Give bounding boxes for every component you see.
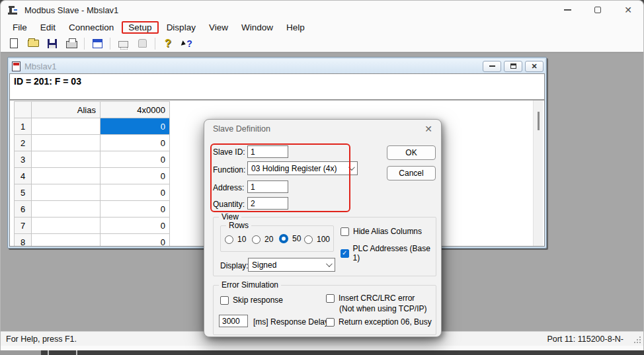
rows-20-radio[interactable]: 20 (252, 235, 273, 244)
row-number-cell[interactable]: 7 (15, 217, 32, 234)
maximize-button[interactable] (583, 1, 613, 19)
register-header-cell[interactable]: 4x0000 (101, 102, 170, 118)
hide-alias-checkbox[interactable]: Hide Alias Columns (341, 227, 422, 236)
context-help-arrow-icon (181, 40, 186, 47)
open-file-button[interactable] (26, 37, 40, 50)
close-button[interactable]: ✕ (613, 1, 643, 19)
table-row: 4 0 (15, 168, 170, 184)
child-restore-button[interactable] (504, 61, 522, 72)
alias-cell[interactable] (32, 217, 101, 234)
id-function-text: ID = 201: F = 03 (14, 76, 81, 87)
display-definition-button[interactable] (91, 37, 104, 50)
alias-header-cell[interactable]: Alias (32, 102, 101, 118)
child-minimize-button[interactable] (483, 61, 501, 72)
display-window-icon (93, 39, 102, 48)
child-minimize-icon (489, 65, 495, 67)
function-label: Function: (213, 165, 245, 175)
alias-cell[interactable] (32, 168, 101, 184)
menu-connection[interactable]: Connection (62, 21, 120, 34)
rows-legend: Rows (226, 221, 251, 230)
response-delay-input[interactable]: 3000 (219, 315, 248, 327)
row-number-cell[interactable]: 6 (15, 201, 32, 217)
rows-10-radio[interactable]: 10 (225, 235, 246, 244)
menu-edit[interactable]: Edit (34, 21, 62, 34)
row-number-cell[interactable]: 1 (15, 118, 32, 135)
radio-icon (304, 235, 313, 244)
value-cell[interactable]: 0 (101, 135, 170, 151)
row-number-cell[interactable]: 5 (15, 184, 32, 201)
close-icon: ✕ (624, 5, 632, 15)
value-cell[interactable]: 0 (101, 168, 170, 184)
new-file-button[interactable] (7, 37, 20, 50)
error-simulation-legend: Error Simulation (219, 280, 281, 290)
minimize-button[interactable] (552, 1, 583, 19)
alias-cell[interactable] (32, 118, 101, 135)
alias-cell[interactable] (32, 184, 101, 201)
row-number-cell[interactable]: 4 (15, 168, 32, 184)
rows-50-radio[interactable]: 50 (279, 234, 301, 243)
value-cell[interactable]: 0 (101, 217, 170, 234)
chevron-down-icon (326, 260, 333, 267)
corner-header-cell[interactable] (15, 102, 32, 118)
rows-50-label: 50 (292, 234, 301, 243)
background-window-fragment (0, 350, 41, 355)
slave-id-input[interactable]: 1 (247, 145, 288, 158)
rows-100-radio[interactable]: 100 (304, 235, 330, 244)
crc-error-sublabel: (Not when using TCP/IP) (339, 304, 427, 313)
dialog-title: Slave Definition (213, 124, 270, 134)
ok-button[interactable]: OK (387, 145, 436, 160)
value-cell-selected[interactable]: 0 (101, 118, 170, 135)
row-number-cell[interactable]: 8 (15, 234, 32, 247)
rows-20-label: 20 (264, 235, 273, 244)
table-row: 8 0 (15, 234, 170, 247)
dialog-close-icon[interactable]: ✕ (424, 124, 432, 134)
value-cell[interactable]: 0 (101, 234, 170, 247)
menu-view[interactable]: View (202, 21, 235, 34)
communication-log-button[interactable] (136, 37, 149, 50)
display-combobox[interactable]: Signed (248, 258, 335, 272)
toolbar-separator (110, 38, 110, 50)
value-cell[interactable]: 0 (101, 184, 170, 201)
row-number-cell[interactable]: 2 (15, 135, 32, 151)
alias-cell[interactable] (32, 135, 101, 151)
dialog-title-bar[interactable]: Slave Definition ✕ (204, 120, 441, 138)
checkbox-unchecked-icon (341, 227, 349, 236)
communication-log-icon (138, 39, 147, 48)
menu-setup[interactable]: Setup (122, 21, 158, 34)
vertical-scrollbar[interactable] (533, 100, 543, 246)
scrollbar-thumb[interactable] (538, 112, 540, 130)
help-button[interactable]: ? (161, 37, 175, 50)
alias-cell[interactable] (32, 201, 101, 217)
quantity-input[interactable]: 2 (247, 197, 288, 210)
context-help-button[interactable]: ? (181, 37, 194, 50)
address-input[interactable]: 1 (247, 180, 288, 193)
child-close-button[interactable]: ✕ (525, 61, 543, 72)
menu-display[interactable]: Display (160, 21, 202, 34)
alias-cell[interactable] (32, 151, 101, 168)
alias-cell[interactable] (32, 234, 101, 247)
menu-window[interactable]: Window (235, 21, 280, 34)
table-row: 3 0 (15, 151, 170, 168)
skip-response-checkbox[interactable]: Skip response (220, 296, 283, 305)
value-cell[interactable]: 0 (101, 201, 170, 217)
save-file-button[interactable] (46, 37, 59, 50)
communication-traffic-button[interactable] (116, 37, 130, 50)
slave-definition-dialog: Slave Definition ✕ Slave ID: 1 Function:… (204, 119, 442, 337)
window-controls: ✕ (552, 1, 643, 19)
child-title-bar[interactable]: Mbslav1 ✕ (9, 59, 545, 73)
function-combobox[interactable]: 03 Holding Register (4x) (247, 161, 358, 175)
menu-file[interactable]: File (6, 21, 34, 34)
cancel-button[interactable]: Cancel (387, 166, 436, 180)
resize-grip[interactable] (634, 336, 641, 343)
row-number-cell[interactable]: 3 (15, 151, 32, 168)
radio-icon (225, 235, 233, 244)
save-floppy-icon (48, 39, 57, 48)
plc-addresses-checkbox[interactable]: ✓ PLC Addresses (Base 1) (341, 244, 436, 262)
menu-help[interactable]: Help (280, 21, 311, 34)
busy-exception-checkbox[interactable]: Return exception 06, Busy (326, 317, 432, 327)
document-icon (12, 61, 20, 71)
crc-error-checkbox[interactable]: Insert CRC/LRC error (326, 294, 415, 303)
print-button[interactable] (65, 37, 78, 50)
screen: Modbus Slave - Mbslav1 ✕ File Edit Conne… (0, 0, 644, 355)
value-cell[interactable]: 0 (101, 151, 170, 168)
